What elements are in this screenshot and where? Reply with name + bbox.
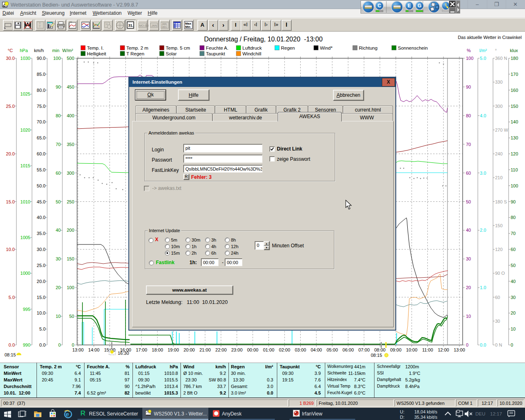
- svg-text:T Regen: T Regen: [126, 51, 144, 56]
- svg-text:20.0: 20.0: [6, 151, 15, 156]
- svg-text:30.0: 30.0: [37, 247, 46, 252]
- svg-text:300: 300: [495, 104, 502, 109]
- svg-text:30: 30: [466, 256, 471, 261]
- svg-text:Feuchte A.: Feuchte A.: [206, 46, 228, 50]
- svg-text:klux: klux: [510, 48, 518, 53]
- svg-text:0: 0: [511, 342, 513, 347]
- svg-text:170: 170: [511, 72, 518, 77]
- svg-text:60: 60: [495, 295, 500, 300]
- svg-text:10.0: 10.0: [37, 310, 46, 315]
- svg-text:400: 400: [67, 113, 74, 118]
- svg-text:min: min: [52, 48, 59, 53]
- svg-text:20: 20: [511, 310, 516, 315]
- svg-text:350: 350: [67, 142, 74, 147]
- svg-text:Donnerstag / Freitag, 10.01.20: Donnerstag / Freitag, 10.01.2020 -13:00: [204, 36, 322, 43]
- svg-text:°C: °C: [69, 21, 72, 23]
- svg-text:25.0: 25.0: [6, 104, 15, 109]
- svg-text:210: 210: [495, 175, 502, 180]
- svg-text:50: 50: [466, 199, 471, 204]
- svg-text:T: T: [39, 22, 41, 25]
- svg-text:120: 120: [511, 151, 518, 156]
- svg-text:1010: 1010: [21, 199, 30, 204]
- svg-text:DEC: DEC: [162, 25, 167, 28]
- svg-text:21:00: 21:00: [199, 347, 211, 352]
- svg-text:90: 90: [511, 199, 516, 204]
- svg-text:02:00: 02:00: [279, 347, 290, 352]
- svg-text:90: 90: [466, 84, 471, 89]
- svg-text:Regen: Regen: [281, 46, 295, 50]
- svg-text:15.0: 15.0: [37, 295, 46, 300]
- svg-text:360 N: 360 N: [495, 56, 507, 61]
- svg-text:18:00: 18:00: [152, 347, 163, 352]
- svg-text:60: 60: [466, 171, 471, 176]
- svg-text:450: 450: [67, 84, 74, 89]
- svg-text:08:00: 08:00: [374, 347, 386, 352]
- svg-text:20.0: 20.0: [37, 279, 46, 284]
- svg-text:110: 110: [511, 167, 518, 172]
- svg-text:Taupunkt: Taupunkt: [206, 51, 225, 56]
- svg-text:4.0: 4.0: [480, 113, 486, 118]
- svg-text:55.0: 55.0: [37, 167, 46, 172]
- svg-text:100: 100: [53, 56, 61, 61]
- svg-text:100: 100: [67, 285, 74, 290]
- svg-text:990: 990: [23, 342, 30, 347]
- svg-text:Temp. 5 cm: Temp. 5 cm: [166, 46, 190, 50]
- svg-text:50: 50: [56, 199, 61, 204]
- svg-text:19:00: 19:00: [168, 347, 179, 352]
- svg-text:0: 0: [466, 342, 468, 347]
- svg-text:12:17: 12:17: [490, 411, 502, 416]
- svg-text:Richtung: Richtung: [359, 46, 377, 50]
- svg-text:270 W: 270 W: [495, 128, 508, 132]
- svg-text:0.0: 0.0: [480, 342, 486, 347]
- svg-text:Das aktuelle Wetter in Crawink: Das aktuelle Wetter in Crawinkel: [458, 35, 522, 40]
- svg-text:17:00: 17:00: [136, 347, 147, 352]
- svg-text:250: 250: [67, 199, 74, 204]
- svg-text:40: 40: [56, 228, 61, 233]
- svg-text:70: 70: [511, 231, 516, 236]
- svg-text:150: 150: [67, 256, 74, 261]
- svg-text:5.0: 5.0: [480, 56, 486, 61]
- svg-text:14:00: 14:00: [88, 347, 100, 352]
- svg-text:15.0: 15.0: [6, 199, 15, 204]
- svg-text:80: 80: [56, 113, 61, 118]
- svg-text:150: 150: [495, 223, 502, 228]
- svg-text:30.0: 30.0: [6, 56, 15, 61]
- svg-text:JAN: JAN: [162, 23, 167, 25]
- svg-text:23:00: 23:00: [231, 347, 243, 352]
- svg-text:240: 240: [495, 151, 502, 156]
- svg-text:995: 995: [23, 307, 30, 312]
- svg-text:10: 10: [466, 314, 471, 319]
- svg-text:0: 0: [58, 342, 61, 347]
- svg-text:5.0: 5.0: [39, 326, 46, 331]
- svg-text:40: 40: [511, 279, 516, 284]
- svg-text:130: 130: [511, 135, 518, 140]
- svg-text:%: %: [467, 48, 471, 53]
- svg-text:Solar: Solar: [166, 51, 177, 56]
- svg-text:100: 100: [511, 183, 518, 188]
- svg-text:°: °: [495, 48, 497, 53]
- svg-text:60: 60: [511, 247, 516, 252]
- svg-text:16:30: 16:30: [118, 351, 129, 356]
- svg-text:90.0: 90.0: [37, 56, 46, 61]
- svg-text:90 O: 90 O: [495, 271, 505, 276]
- svg-text:50: 50: [69, 314, 74, 319]
- svg-text:10: 10: [56, 314, 61, 319]
- svg-text:80: 80: [511, 215, 516, 220]
- svg-text:13:00: 13:00: [454, 347, 465, 352]
- svg-text:500: 500: [67, 56, 74, 61]
- svg-text:35.0: 35.0: [37, 231, 46, 236]
- svg-text:22:00: 22:00: [215, 347, 227, 352]
- svg-text:65.0: 65.0: [37, 135, 46, 140]
- svg-text:1020: 1020: [21, 128, 30, 132]
- svg-text:40: 40: [466, 228, 471, 233]
- svg-text:0: 0: [72, 342, 74, 347]
- svg-text:50: 50: [511, 263, 516, 268]
- svg-text:20: 20: [56, 285, 61, 290]
- svg-text:05:00: 05:00: [326, 347, 338, 352]
- svg-text:T: T: [39, 25, 41, 28]
- svg-text:15:00: 15:00: [104, 347, 116, 352]
- svg-text:Helligkeit: Helligkeit: [87, 51, 106, 56]
- svg-text:10:00: 10:00: [406, 347, 418, 352]
- svg-text:06:00: 06:00: [342, 347, 354, 352]
- svg-text:04:00: 04:00: [310, 347, 322, 352]
